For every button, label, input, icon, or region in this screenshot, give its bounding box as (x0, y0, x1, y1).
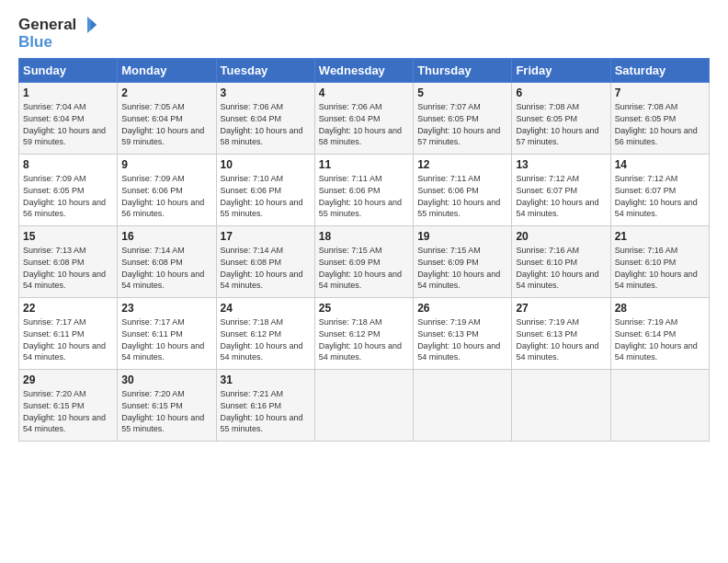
day-number: 28 (615, 302, 705, 315)
day-info: Sunrise: 7:04 AMSunset: 6:04 PMDaylight:… (23, 101, 113, 147)
day-number: 4 (319, 86, 409, 99)
day-info: Sunrise: 7:15 AMSunset: 6:09 PMDaylight:… (417, 245, 507, 291)
calendar-week-3: 15Sunrise: 7:13 AMSunset: 6:08 PMDayligh… (19, 226, 710, 298)
day-info: Sunrise: 7:17 AMSunset: 6:11 PMDaylight:… (23, 316, 113, 362)
day-info: Sunrise: 7:20 AMSunset: 6:15 PMDaylight:… (121, 388, 211, 434)
calendar-cell: 5Sunrise: 7:07 AMSunset: 6:05 PMDaylight… (414, 83, 512, 155)
calendar-cell (314, 370, 413, 442)
calendar-cell: 21Sunrise: 7:16 AMSunset: 6:10 PMDayligh… (610, 226, 709, 298)
calendar-table: SundayMondayTuesdayWednesdayThursdayFrid… (18, 58, 710, 442)
day-header-monday: Monday (118, 59, 216, 83)
day-info: Sunrise: 7:08 AMSunset: 6:05 PMDaylight:… (615, 101, 705, 147)
calendar-cell: 1Sunrise: 7:04 AMSunset: 6:04 PMDaylight… (19, 83, 118, 155)
calendar-cell (414, 370, 512, 442)
calendar-cell: 6Sunrise: 7:08 AMSunset: 6:05 PMDaylight… (512, 83, 610, 155)
calendar-cell: 4Sunrise: 7:06 AMSunset: 6:04 PMDaylight… (314, 83, 413, 155)
calendar-cell: 25Sunrise: 7:18 AMSunset: 6:12 PMDayligh… (314, 298, 413, 370)
day-number: 2 (121, 86, 211, 99)
calendar-cell: 28Sunrise: 7:19 AMSunset: 6:14 PMDayligh… (610, 298, 709, 370)
day-number: 19 (417, 230, 507, 243)
day-number: 13 (516, 158, 606, 171)
day-header-thursday: Thursday (414, 59, 512, 83)
day-info: Sunrise: 7:19 AMSunset: 6:14 PMDaylight:… (615, 316, 705, 362)
day-number: 3 (221, 86, 311, 99)
logo-general-text: General (18, 17, 76, 34)
calendar-cell: 27Sunrise: 7:19 AMSunset: 6:13 PMDayligh… (512, 298, 610, 370)
day-number: 26 (417, 302, 507, 315)
calendar-cell: 3Sunrise: 7:06 AMSunset: 6:04 PMDaylight… (216, 83, 314, 155)
day-header-saturday: Saturday (610, 59, 709, 83)
calendar-cell: 18Sunrise: 7:15 AMSunset: 6:09 PMDayligh… (314, 226, 413, 298)
header: General Blue (18, 17, 710, 51)
calendar-cell: 29Sunrise: 7:20 AMSunset: 6:15 PMDayligh… (19, 370, 118, 442)
calendar-cell: 16Sunrise: 7:14 AMSunset: 6:08 PMDayligh… (118, 226, 216, 298)
calendar-cell: 10Sunrise: 7:10 AMSunset: 6:06 PMDayligh… (216, 155, 314, 226)
calendar-week-1: 1Sunrise: 7:04 AMSunset: 6:04 PMDaylight… (19, 83, 710, 155)
calendar-cell: 31Sunrise: 7:21 AMSunset: 6:16 PMDayligh… (216, 370, 314, 442)
day-number: 24 (221, 302, 311, 315)
calendar-cell: 13Sunrise: 7:12 AMSunset: 6:07 PMDayligh… (512, 155, 610, 226)
day-number: 30 (121, 373, 211, 386)
day-number: 22 (23, 302, 113, 315)
day-header-sunday: Sunday (19, 59, 118, 83)
day-number: 25 (319, 302, 409, 315)
calendar-week-2: 8Sunrise: 7:09 AMSunset: 6:05 PMDaylight… (19, 155, 710, 226)
calendar-cell: 17Sunrise: 7:14 AMSunset: 6:08 PMDayligh… (216, 226, 314, 298)
day-number: 8 (23, 158, 113, 171)
calendar-cell: 26Sunrise: 7:19 AMSunset: 6:13 PMDayligh… (414, 298, 512, 370)
calendar-cell: 2Sunrise: 7:05 AMSunset: 6:04 PMDaylight… (118, 83, 216, 155)
day-info: Sunrise: 7:16 AMSunset: 6:10 PMDaylight:… (516, 245, 606, 291)
day-info: Sunrise: 7:11 AMSunset: 6:06 PMDaylight:… (417, 173, 507, 219)
day-info: Sunrise: 7:18 AMSunset: 6:12 PMDaylight:… (319, 316, 409, 362)
day-info: Sunrise: 7:12 AMSunset: 6:07 PMDaylight:… (516, 173, 606, 219)
day-info: Sunrise: 7:06 AMSunset: 6:04 PMDaylight:… (319, 101, 409, 147)
calendar-cell: 24Sunrise: 7:18 AMSunset: 6:12 PMDayligh… (216, 298, 314, 370)
day-number: 11 (319, 158, 409, 171)
logo-container: General Blue (18, 17, 97, 51)
day-info: Sunrise: 7:09 AMSunset: 6:06 PMDaylight:… (121, 173, 211, 219)
logo-text: General (18, 17, 97, 34)
day-info: Sunrise: 7:14 AMSunset: 6:08 PMDaylight:… (121, 245, 211, 291)
day-header-tuesday: Tuesday (216, 59, 314, 83)
calendar-cell: 15Sunrise: 7:13 AMSunset: 6:08 PMDayligh… (19, 226, 118, 298)
day-number: 27 (516, 302, 606, 315)
day-info: Sunrise: 7:14 AMSunset: 6:08 PMDaylight:… (221, 245, 311, 291)
calendar-cell: 19Sunrise: 7:15 AMSunset: 6:09 PMDayligh… (414, 226, 512, 298)
calendar-cell: 7Sunrise: 7:08 AMSunset: 6:05 PMDaylight… (610, 83, 709, 155)
day-info: Sunrise: 7:19 AMSunset: 6:13 PMDaylight:… (516, 316, 606, 362)
day-number: 21 (615, 230, 705, 243)
svg-marker-1 (91, 19, 97, 30)
logo: General Blue (18, 17, 97, 51)
day-info: Sunrise: 7:08 AMSunset: 6:05 PMDaylight:… (516, 101, 606, 147)
calendar-cell: 12Sunrise: 7:11 AMSunset: 6:06 PMDayligh… (414, 155, 512, 226)
day-number: 18 (319, 230, 409, 243)
day-number: 29 (23, 373, 113, 386)
day-number: 14 (615, 158, 705, 171)
day-info: Sunrise: 7:16 AMSunset: 6:10 PMDaylight:… (615, 245, 705, 291)
day-number: 12 (417, 158, 507, 171)
calendar-cell: 14Sunrise: 7:12 AMSunset: 6:07 PMDayligh… (610, 155, 709, 226)
day-number: 16 (121, 230, 211, 243)
day-info: Sunrise: 7:21 AMSunset: 6:16 PMDaylight:… (221, 388, 311, 434)
calendar-cell: 11Sunrise: 7:11 AMSunset: 6:06 PMDayligh… (314, 155, 413, 226)
day-info: Sunrise: 7:05 AMSunset: 6:04 PMDaylight:… (121, 101, 211, 147)
day-header-wednesday: Wednesday (314, 59, 413, 83)
logo-flag-icon (78, 17, 97, 33)
calendar-cell: 9Sunrise: 7:09 AMSunset: 6:06 PMDaylight… (118, 155, 216, 226)
calendar-cell: 20Sunrise: 7:16 AMSunset: 6:10 PMDayligh… (512, 226, 610, 298)
header-row: SundayMondayTuesdayWednesdayThursdayFrid… (19, 59, 710, 83)
day-info: Sunrise: 7:18 AMSunset: 6:12 PMDaylight:… (221, 316, 311, 362)
calendar-page: General Blue SundayMondayTuesdayWednesda… (0, 0, 728, 451)
calendar-cell: 8Sunrise: 7:09 AMSunset: 6:05 PMDaylight… (19, 155, 118, 226)
day-number: 10 (221, 158, 311, 171)
day-number: 9 (121, 158, 211, 171)
logo-blue-text: Blue (18, 34, 97, 52)
day-header-friday: Friday (512, 59, 610, 83)
day-info: Sunrise: 7:10 AMSunset: 6:06 PMDaylight:… (221, 173, 311, 219)
day-number: 6 (516, 86, 606, 99)
day-info: Sunrise: 7:11 AMSunset: 6:06 PMDaylight:… (319, 173, 409, 219)
day-number: 7 (615, 86, 705, 99)
day-info: Sunrise: 7:13 AMSunset: 6:08 PMDaylight:… (23, 245, 113, 291)
day-number: 20 (516, 230, 606, 243)
day-info: Sunrise: 7:09 AMSunset: 6:05 PMDaylight:… (23, 173, 113, 219)
